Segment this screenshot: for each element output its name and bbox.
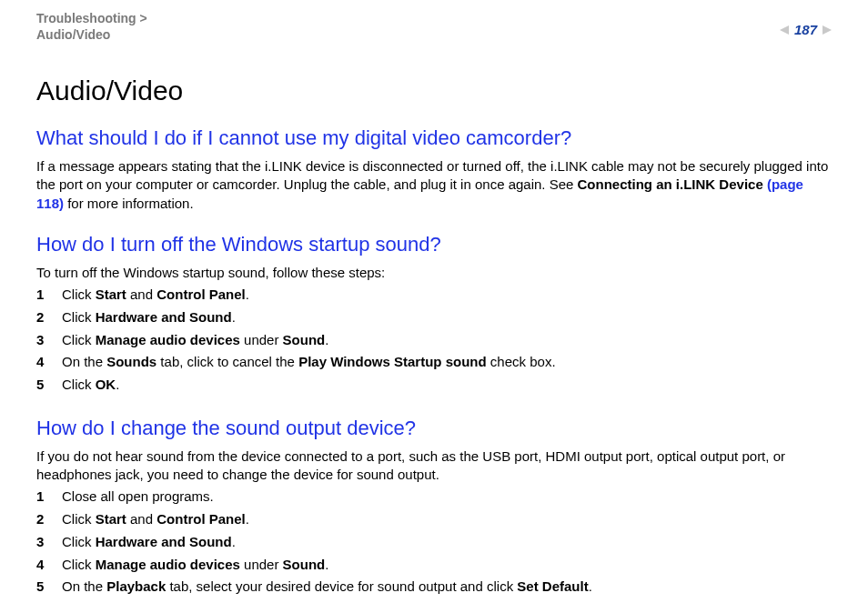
step-text: Click OK. xyxy=(62,374,832,397)
step-item: 3Click Manage audio devices under Sound. xyxy=(36,329,832,352)
breadcrumb: Troubleshooting > Audio/Video xyxy=(36,11,147,43)
breadcrumb-line2: Audio/Video xyxy=(36,27,110,42)
step-plain-text: and xyxy=(126,511,156,527)
step-plain-text: tab, click to cancel the xyxy=(156,354,298,369)
page-title: Audio/Video xyxy=(36,75,832,106)
step-bold-text: Playback xyxy=(106,578,166,594)
step-plain-text: Click xyxy=(62,377,96,392)
step-bold-text: Hardware and Sound xyxy=(96,534,232,549)
step-bold-text: Sound xyxy=(283,332,326,347)
breadcrumb-line1: Troubleshooting > xyxy=(36,11,147,25)
step-text: Click Manage audio devices under Sound. xyxy=(62,329,832,352)
step-item: 5On the Playback tab, select your desire… xyxy=(36,576,832,598)
step-plain-text: check box. xyxy=(487,354,556,369)
step-bold-text: Control Panel xyxy=(156,286,246,302)
step-item: 5Click OK. xyxy=(36,374,832,397)
step-plain-text: Click xyxy=(62,286,96,302)
step-text: Close all open programs. xyxy=(62,486,832,508)
step-text: Click Hardware and Sound. xyxy=(62,531,832,554)
step-text: Click Manage audio devices under Sound. xyxy=(62,554,832,577)
step-plain-text: Click xyxy=(62,534,96,549)
step-bold-text: Play Windows Startup sound xyxy=(298,354,487,369)
next-page-arrow-icon[interactable] xyxy=(823,25,832,35)
step-plain-text: . xyxy=(246,511,249,527)
step-bold-text: Start xyxy=(96,286,126,302)
step-plain-text: under xyxy=(240,557,283,572)
step-item: 2Click Start and Control Panel. xyxy=(36,508,832,531)
step-plain-text: . xyxy=(232,534,236,549)
step-plain-text: Click xyxy=(62,557,96,572)
step-bold-text: Manage audio devices xyxy=(96,332,240,347)
step-number: 3 xyxy=(36,329,62,352)
step-bold-text: Hardware and Sound xyxy=(96,309,232,325)
step-text: Click Start and Control Panel. xyxy=(62,508,832,531)
section3-steps: 1Close all open programs.2Click Start an… xyxy=(36,486,832,598)
step-number: 2 xyxy=(36,306,62,329)
prev-page-arrow-icon[interactable] xyxy=(780,25,789,35)
step-number: 5 xyxy=(36,576,62,598)
step-bold-text: Set Default xyxy=(517,578,588,594)
step-item: 1Click Start and Control Panel. xyxy=(36,284,832,306)
section2-intro: To turn off the Windows startup sound, f… xyxy=(36,264,832,282)
step-plain-text: . xyxy=(589,578,592,594)
step-bold-text: OK xyxy=(96,377,116,392)
section1-paragraph: If a message appears stating that the i.… xyxy=(36,157,832,213)
step-plain-text: Click xyxy=(62,511,96,527)
page-number-nav: 187 xyxy=(780,11,832,37)
section1-text-post: for more information. xyxy=(64,196,194,211)
step-text: Click Start and Control Panel. xyxy=(62,284,832,306)
step-item: 4Click Manage audio devices under Sound. xyxy=(36,554,832,577)
page-number: 187 xyxy=(794,22,817,37)
section2-heading: How do I turn off the Windows startup so… xyxy=(36,233,832,256)
step-plain-text: Click xyxy=(62,332,96,347)
step-item: 4On the Sounds tab, click to cancel the … xyxy=(36,351,832,374)
step-number: 1 xyxy=(36,486,62,508)
section2-steps: 1Click Start and Control Panel.2Click Ha… xyxy=(36,284,832,397)
step-plain-text: . xyxy=(325,332,328,347)
section1-text-bold: Connecting an i.LINK Device xyxy=(578,176,767,192)
step-item: 3Click Hardware and Sound. xyxy=(36,531,832,554)
step-plain-text: . xyxy=(232,309,236,325)
step-bold-text: Manage audio devices xyxy=(96,557,240,572)
step-plain-text: . xyxy=(325,557,328,572)
step-item: 2Click Hardware and Sound. xyxy=(36,306,832,329)
page-root: Troubleshooting > Audio/Video 187 Audio/… xyxy=(0,0,868,613)
step-plain-text: Close all open programs. xyxy=(62,488,214,504)
step-plain-text: . xyxy=(116,377,119,392)
section3-heading: How do I change the sound output device? xyxy=(36,417,832,440)
step-number: 3 xyxy=(36,531,62,554)
page-header: Troubleshooting > Audio/Video 187 xyxy=(36,11,832,43)
step-plain-text: . xyxy=(246,286,249,302)
step-bold-text: Start xyxy=(96,511,126,527)
step-number: 5 xyxy=(36,374,62,397)
step-number: 2 xyxy=(36,508,62,531)
step-bold-text: Sounds xyxy=(106,354,156,369)
step-bold-text: Sound xyxy=(283,557,326,572)
step-plain-text: tab, select your desired device for soun… xyxy=(166,578,517,594)
step-plain-text: and xyxy=(126,286,156,302)
step-plain-text: under xyxy=(240,332,283,347)
step-plain-text: On the xyxy=(62,354,106,369)
step-text: Click Hardware and Sound. xyxy=(62,306,832,329)
step-bold-text: Control Panel xyxy=(156,511,246,527)
section1-heading: What should I do if I cannot use my digi… xyxy=(36,126,832,150)
step-plain-text: On the xyxy=(62,578,106,594)
step-number: 1 xyxy=(36,284,62,306)
page-content: Audio/Video What should I do if I cannot… xyxy=(36,43,832,598)
step-plain-text: Click xyxy=(62,309,96,325)
step-text: On the Playback tab, select your desired… xyxy=(62,576,832,598)
step-item: 1Close all open programs. xyxy=(36,486,832,508)
step-number: 4 xyxy=(36,351,62,374)
section3-intro: If you do not hear sound from the device… xyxy=(36,447,832,485)
step-number: 4 xyxy=(36,554,62,577)
step-text: On the Sounds tab, click to cancel the P… xyxy=(62,351,832,374)
